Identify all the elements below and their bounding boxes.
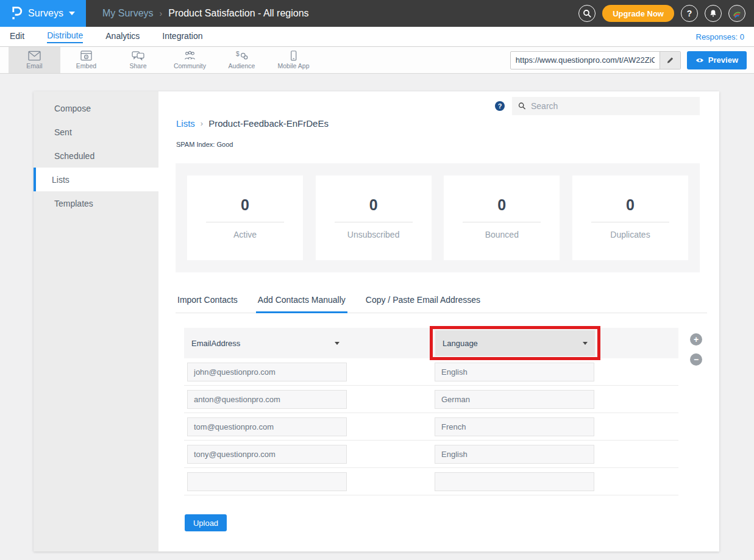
divider <box>206 222 284 222</box>
contact-row <box>184 358 678 386</box>
pencil-icon <box>666 56 674 64</box>
question-mark-icon: ? <box>687 9 692 18</box>
share-bubbles-icon <box>132 51 144 61</box>
stat-value: 0 <box>369 196 378 214</box>
top-bar: Surveys My Surveys › Product Satisfactio… <box>0 0 754 27</box>
preview-button[interactable]: Preview <box>687 51 747 69</box>
survey-url-input[interactable] <box>511 52 660 69</box>
app-switcher[interactable]: Surveys <box>0 0 86 27</box>
edit-url-button[interactable] <box>660 52 680 69</box>
email-input[interactable] <box>187 363 347 381</box>
contact-row <box>184 441 678 468</box>
email-sidebar: Compose Sent Scheduled Lists Templates <box>34 91 158 551</box>
nav-tab-edit[interactable]: Edit <box>10 31 24 43</box>
remove-column-button[interactable]: − <box>690 353 702 366</box>
spam-index-label: SPAM Index: <box>176 141 215 148</box>
stat-label: Active <box>233 230 257 239</box>
language-input[interactable] <box>435 472 594 491</box>
lists-content: ? Lists › Product-Feedback-EnFrDeEs SPAM… <box>158 91 719 551</box>
embed-window-icon <box>80 51 92 61</box>
breadcrumb-my-surveys[interactable]: My Surveys <box>102 8 154 19</box>
add-column-button[interactable]: + <box>690 333 702 346</box>
svg-text:$: $ <box>236 51 240 57</box>
upgrade-now-button[interactable]: Upgrade Now <box>602 5 674 22</box>
chevron-down-icon <box>69 12 75 15</box>
stat-label: Unsubscribed <box>347 230 400 239</box>
sidebar-item-scheduled[interactable]: Scheduled <box>34 144 158 168</box>
lists-panel: Compose Sent Scheduled Lists Templates ?… <box>34 91 719 551</box>
bell-icon <box>708 9 718 18</box>
app-menu-label: Surveys <box>28 8 63 19</box>
list-search-box <box>512 97 700 115</box>
contextual-help-icon[interactable]: ? <box>495 101 505 111</box>
language-field-dropdown[interactable]: Language <box>435 330 595 356</box>
nav-tab-distribute[interactable]: Distribute <box>47 30 83 43</box>
list-search-input[interactable] <box>531 101 694 111</box>
language-input[interactable] <box>435 363 594 381</box>
contact-tabs: Import Contacts Add Contacts Manually Co… <box>176 290 707 313</box>
stat-value: 0 <box>241 196 249 214</box>
account-avatar[interactable] <box>728 5 745 22</box>
stat-card-active: 0 Active <box>187 175 303 260</box>
responses-count[interactable]: Responses: 0 <box>696 32 745 41</box>
email-input[interactable] <box>187 445 347 464</box>
language-input[interactable] <box>435 390 594 409</box>
topbar-actions: Upgrade Now ? <box>578 5 754 22</box>
divider <box>463 222 541 222</box>
mobile-phone-icon <box>288 51 299 61</box>
contact-row <box>184 386 678 413</box>
breadcrumb-current-list: Product-Feedback-EnFrDeEs <box>208 118 329 129</box>
stat-card-bounced: 0 Bounced <box>444 175 560 260</box>
nav-tab-analytics[interactable]: Analytics <box>105 31 140 43</box>
search-icon <box>583 9 592 18</box>
contact-mapping-table: EmailAddress Language <box>184 328 678 495</box>
nav-tab-integration[interactable]: Integration <box>162 31 202 43</box>
tab-add-contacts-manually[interactable]: Add Contacts Manually <box>256 290 347 313</box>
survey-breadcrumb: My Surveys › Product Satisfaction - All … <box>102 8 309 19</box>
sidebar-item-sent[interactable]: Sent <box>34 120 158 144</box>
annotation-highlight-box: Language <box>430 326 600 360</box>
audience-dollar-icon: $ <box>235 51 248 61</box>
tab-import-contacts[interactable]: Import Contacts <box>176 290 240 313</box>
help-button[interactable]: ? <box>681 5 698 22</box>
email-field-dropdown[interactable]: EmailAddress <box>187 330 347 356</box>
survey-url-field <box>510 51 681 69</box>
toolbar-item-email[interactable]: Email <box>9 47 60 73</box>
search-icon <box>518 102 526 110</box>
contact-row <box>184 468 678 495</box>
breadcrumb-lists-link[interactable]: Lists <box>176 118 195 129</box>
stat-label: Bounced <box>485 230 519 239</box>
language-input[interactable] <box>435 445 594 464</box>
upload-button[interactable]: Upload <box>185 514 227 531</box>
breadcrumb-separator: › <box>160 9 163 18</box>
email-input[interactable] <box>187 417 347 436</box>
toolbar-item-embed[interactable]: Embed <box>60 47 112 73</box>
chevron-down-icon <box>335 342 340 345</box>
list-stats: 0 Active 0 Unsubscribed 0 Bounced 0 Dupl… <box>176 163 700 272</box>
survey-nav: Edit Distribute Analytics Integration Re… <box>0 27 754 46</box>
toolbar-item-audience[interactable]: $ Audience <box>216 47 268 73</box>
toolbar-item-mobile-app[interactable]: Mobile App <box>268 47 319 73</box>
notifications-button[interactable] <box>705 5 722 22</box>
tab-copy-paste-email-addresses[interactable]: Copy / Paste Email Addresses <box>364 290 482 313</box>
mapping-header-row: EmailAddress Language <box>184 328 678 358</box>
stat-card-unsubscribed: 0 Unsubscribed <box>316 175 432 260</box>
toolbar-item-share[interactable]: Share <box>112 47 164 73</box>
stat-card-duplicates: 0 Duplicates <box>572 175 688 260</box>
sidebar-item-templates[interactable]: Templates <box>34 191 158 215</box>
email-input[interactable] <box>187 390 347 409</box>
spam-index: SPAM Index: Good <box>176 141 233 148</box>
distribute-toolbar: Email Embed Share Community <box>0 46 754 74</box>
sidebar-item-lists[interactable]: Lists <box>34 168 158 191</box>
stat-value: 0 <box>626 196 635 214</box>
divider <box>591 222 669 222</box>
stat-value: 0 <box>497 196 506 214</box>
envelope-icon <box>28 51 41 61</box>
search-button[interactable] <box>578 5 596 22</box>
sidebar-item-compose[interactable]: Compose <box>34 96 158 120</box>
toolbar-item-community[interactable]: Community <box>164 47 216 73</box>
stat-label: Duplicates <box>610 230 650 239</box>
email-input[interactable] <box>187 472 347 491</box>
eye-icon <box>695 57 704 63</box>
language-input[interactable] <box>435 417 594 436</box>
